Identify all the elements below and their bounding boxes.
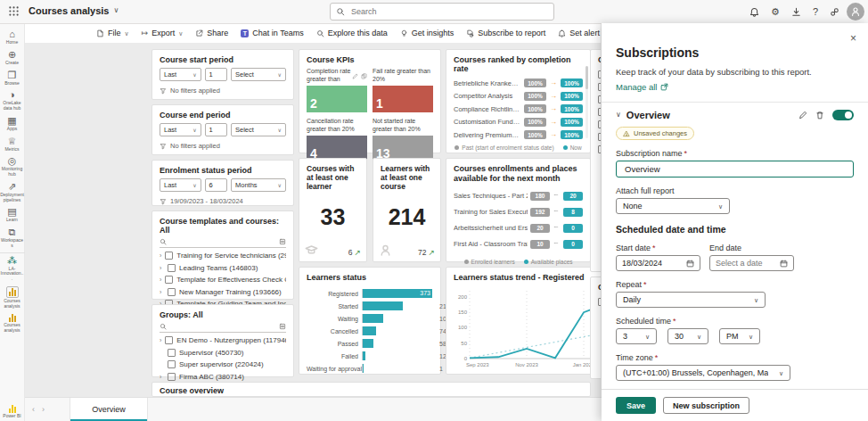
checkbox[interactable] (598, 108, 601, 116)
bar-row[interactable]: Waiting108 (307, 312, 433, 325)
toolbar-share[interactable]: Share (195, 29, 228, 37)
period-value-input[interactable]: 1 (205, 68, 227, 81)
checkbox[interactable] (598, 298, 601, 306)
list-item[interactable]: Oc (598, 118, 601, 130)
ranked-row[interactable]: Compliance Richtlinie 2023100%→100% (454, 103, 583, 116)
bar-row[interactable]: Cancelled74 (307, 325, 433, 337)
bar[interactable] (363, 339, 373, 348)
period-value-input[interactable]: 6 (205, 178, 227, 192)
checkbox[interactable] (598, 145, 601, 153)
list-item[interactable]: Supervisor (450730) (160, 347, 286, 359)
gear-icon[interactable]: ⚙ (771, 7, 780, 17)
slicer-search[interactable] (160, 238, 286, 248)
search-input[interactable] (349, 6, 548, 17)
checkbox[interactable] (598, 70, 601, 78)
bell-icon[interactable] (749, 7, 759, 17)
next-page-icon[interactable]: › (42, 406, 45, 414)
enrollment-row[interactable]: Training for Sales Executives1928 (454, 204, 583, 220)
bar[interactable]: 373 (363, 289, 432, 298)
list-item[interactable]: ›EN Demo - Nutzergruppen (117946) (160, 334, 286, 347)
list-item[interactable]: All (598, 68, 601, 80)
start-date-picker[interactable]: 18/03/2024 (616, 255, 700, 271)
collapse-icon[interactable]: ∨ (616, 111, 621, 119)
sidebar-item-create[interactable]: ⊕Create (0, 47, 25, 68)
enrollment-row[interactable]: Arbeitssicherheit und Erste Hilfe200 (454, 220, 583, 236)
new-subscription-button[interactable]: New subscription (663, 397, 749, 414)
list-item[interactable]: ›Firma ABC (380714) (160, 371, 286, 384)
courses-one-learner-card[interactable]: Courses with at least one learner 33 6↗ (299, 158, 367, 262)
toolbar-file[interactable]: File∨ (96, 29, 129, 37)
list-item[interactable]: Super supervisor (220424) (160, 359, 286, 371)
minute-select[interactable]: 30∨ (667, 328, 708, 344)
bar-row[interactable]: Started217 (307, 300, 433, 312)
bar-row[interactable]: Waiting for approval1 (307, 362, 433, 375)
select-all-icon[interactable] (279, 238, 286, 245)
sidebar-item-browse[interactable]: ❐Browse (0, 68, 25, 88)
sidebar-item-apps[interactable]: ▦Apps (0, 113, 25, 134)
checkbox[interactable] (165, 336, 173, 344)
list-item[interactable]: ›Leading Teams (146803) (160, 262, 286, 275)
edit-icon[interactable] (798, 111, 807, 120)
learners-one-course-card[interactable]: Learners with at least one course 214 72… (373, 158, 441, 262)
delete-icon[interactable] (815, 111, 824, 120)
expand-icon[interactable]: › (160, 265, 164, 271)
list-item[interactable]: On (598, 130, 601, 143)
repeat-select[interactable]: Daily∨ (616, 292, 766, 308)
period-type-select[interactable]: Last∨ (160, 123, 201, 136)
subscription-name-input[interactable] (623, 163, 847, 175)
list-item[interactable]: V (598, 295, 601, 308)
expand-icon[interactable]: › (160, 252, 161, 259)
bar-row[interactable]: Failed12 (307, 350, 433, 362)
toolbar-set-alert[interactable]: Set alert (558, 29, 600, 37)
ranked-row[interactable]: Competitor Analysis100%→100% (454, 90, 583, 103)
checkbox[interactable] (168, 360, 176, 368)
attach-report-select[interactable]: None∨ (616, 198, 730, 214)
slicer-search[interactable] (160, 323, 286, 333)
toolbar-explore-this-data[interactable]: Explore this data (316, 29, 388, 37)
timezone-select[interactable]: (UTC+01:00) Brussels, Copenhagen, Ma∨ (616, 365, 790, 381)
period-unit-select[interactable]: Select∨ (231, 123, 286, 136)
list-item[interactable]: Phi (598, 143, 601, 155)
search-box[interactable] (330, 3, 554, 21)
prev-page-icon[interactable]: ‹ (32, 406, 35, 414)
select-all-icon[interactable] (279, 323, 286, 330)
enrollment-row[interactable]: First Aid - Classroom Training100 (454, 236, 583, 252)
bar[interactable] (363, 364, 364, 373)
expand-icon[interactable]: › (160, 277, 161, 283)
subscription-name-field[interactable] (616, 161, 854, 177)
bar[interactable] (363, 326, 376, 335)
hour-select[interactable]: 3∨ (616, 328, 657, 344)
checkbox[interactable] (168, 349, 176, 357)
expand-icon[interactable]: › (160, 337, 161, 343)
ranked-row[interactable]: Customisation Fundamentals100%→100% (454, 116, 583, 129)
download-icon[interactable] (791, 7, 801, 17)
sidebar-item-courses-analysis[interactable]: Courses analysis (0, 284, 25, 311)
sidebar-item-home[interactable]: ⌂Home (0, 27, 25, 47)
kpi-card[interactable]: Not started rate greater than 20%13 (373, 118, 433, 162)
checkbox[interactable] (598, 83, 601, 91)
kpi-card[interactable]: Cancellation rate greater than 20%4 (307, 118, 367, 162)
ampm-select[interactable]: PM∨ (719, 328, 760, 344)
bar-row[interactable]: Registered373 (307, 287, 433, 300)
checkbox[interactable] (165, 252, 173, 260)
toolbar-get-insights[interactable]: Get insights (400, 29, 454, 37)
ranked-row[interactable]: Betriebliche Krankenversich...100%→100% (454, 77, 583, 90)
sidebar-item-metrics[interactable]: ♕Metrics (0, 134, 25, 154)
expand-icon[interactable]: › (160, 289, 164, 295)
line-chart[interactable]: 050100150200Sep 2023Nov 2023Jan 2024 (454, 285, 601, 373)
bar-row[interactable]: Passed58 (307, 337, 433, 350)
list-item[interactable]: ›Training for Service technicians (29172… (160, 250, 286, 262)
expand-icon[interactable]: › (160, 374, 164, 380)
kpi-card[interactable]: Completion rate greater than 80%2 (307, 68, 367, 112)
enrollment-row[interactable]: Sales Techniques - Part 218020 (454, 188, 583, 204)
list-item[interactable]: Aly (598, 80, 601, 93)
period-unit-select[interactable]: Months∨ (231, 178, 286, 192)
link-icon[interactable] (830, 7, 839, 17)
sidebar-item-learn[interactable]: ▤Learn (0, 204, 25, 225)
report-title[interactable]: Courses analysis ∨ (29, 5, 119, 16)
manage-all-link[interactable]: Manage all (616, 82, 854, 92)
kpi-card[interactable]: Fail rate greater than 20%1 (373, 68, 433, 112)
checkbox[interactable] (598, 95, 601, 103)
list-item[interactable]: Fac (598, 105, 601, 118)
sidebar-item-workspaces[interactable]: ⧉Workspaces (0, 225, 25, 251)
